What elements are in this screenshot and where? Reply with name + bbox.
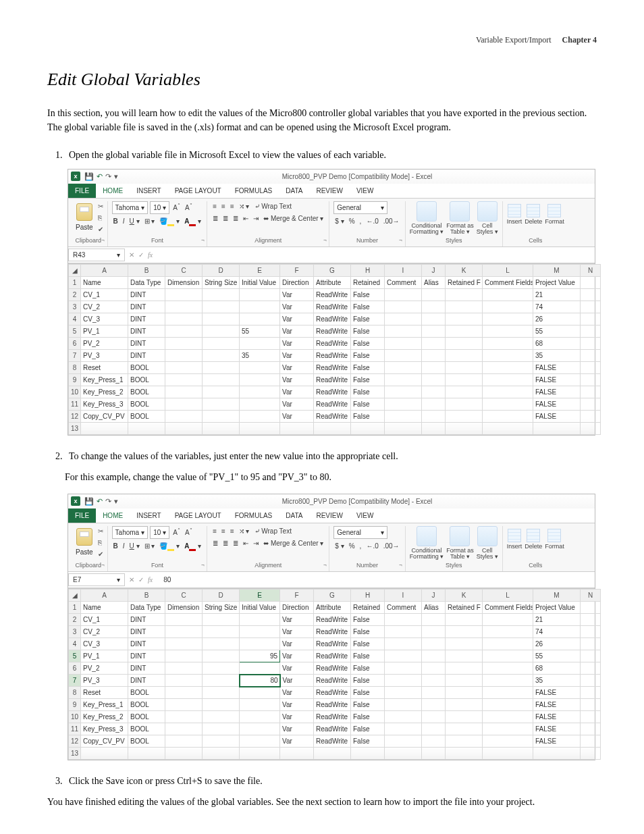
cell[interactable]: ReadWrite — [314, 301, 351, 313]
cell[interactable] — [533, 423, 581, 435]
cell[interactable] — [128, 748, 165, 760]
cell[interactable]: Var — [280, 398, 314, 411]
cell[interactable]: 55 — [533, 325, 581, 338]
cell[interactable] — [165, 723, 203, 735]
cell[interactable]: Var — [280, 626, 314, 638]
row-header[interactable]: 9 — [69, 374, 81, 386]
cell[interactable]: 35 — [240, 350, 280, 362]
cell[interactable]: False — [351, 650, 385, 662]
underline-button[interactable]: U ▾ — [128, 541, 141, 551]
cell[interactable] — [240, 386, 280, 398]
column-header[interactable]: E — [240, 590, 280, 602]
cell[interactable] — [165, 313, 203, 325]
cell[interactable] — [385, 423, 422, 435]
row-header[interactable]: 13 — [69, 748, 81, 760]
cell[interactable]: False — [351, 386, 385, 398]
cell[interactable] — [314, 423, 351, 435]
cell[interactable]: False — [351, 313, 385, 325]
column-header[interactable]: H — [351, 265, 385, 277]
cell[interactable]: ReadWrite — [314, 325, 351, 338]
cell[interactable] — [483, 423, 533, 435]
format-cells-button[interactable]: Format — [545, 204, 564, 225]
cell[interactable] — [581, 687, 601, 699]
cell[interactable] — [240, 411, 280, 423]
cell[interactable] — [446, 687, 483, 699]
row-header[interactable]: 10 — [69, 711, 81, 723]
cell[interactable] — [203, 362, 240, 374]
cell[interactable]: False — [351, 398, 385, 411]
cell[interactable] — [240, 735, 280, 748]
delete-cells-button[interactable]: Delete — [525, 204, 542, 225]
cell[interactable] — [581, 638, 601, 650]
cell[interactable]: ReadWrite — [314, 362, 351, 374]
cell[interactable] — [581, 662, 601, 675]
cell[interactable] — [385, 374, 422, 386]
cell[interactable] — [203, 614, 240, 626]
tab-formulas[interactable]: FORMULAS — [228, 509, 279, 523]
cell[interactable] — [203, 411, 240, 423]
cell[interactable]: Var — [280, 735, 314, 748]
cell[interactable]: Var — [280, 350, 314, 362]
cell[interactable] — [314, 748, 351, 760]
column-header[interactable]: I — [385, 590, 422, 602]
cell[interactable]: False — [351, 626, 385, 638]
cell[interactable]: Var — [280, 675, 314, 687]
cell[interactable] — [385, 735, 422, 748]
cell[interactable]: FALSE — [533, 386, 581, 398]
undo-icon[interactable]: ↶ — [97, 171, 103, 182]
cell[interactable]: 21 — [533, 614, 581, 626]
cell[interactable] — [422, 614, 446, 626]
row-header[interactable]: 6 — [69, 662, 81, 675]
cell[interactable] — [446, 423, 483, 435]
cell[interactable] — [165, 386, 203, 398]
cell[interactable] — [165, 699, 203, 711]
cell[interactable]: FALSE — [533, 711, 581, 723]
cell[interactable] — [165, 362, 203, 374]
row-header[interactable]: 6 — [69, 338, 81, 350]
cell[interactable]: CV_1 — [81, 289, 128, 301]
cell[interactable] — [203, 675, 240, 687]
name-box[interactable]: R43▾ — [68, 249, 125, 261]
cell[interactable]: Var — [280, 362, 314, 374]
cell[interactable] — [203, 398, 240, 411]
cell[interactable] — [165, 374, 203, 386]
cell[interactable] — [422, 301, 446, 313]
cell[interactable] — [422, 374, 446, 386]
cell[interactable]: Comment Fields — [483, 602, 533, 614]
cell[interactable] — [581, 362, 601, 374]
cell[interactable] — [483, 313, 533, 325]
font-color-button[interactable]: A ▾ — [183, 216, 203, 226]
align-center-icon[interactable]: ≣ — [221, 213, 230, 224]
paste-button[interactable]: Paste — [74, 203, 95, 232]
cell[interactable] — [483, 325, 533, 338]
cell[interactable]: ReadWrite — [314, 650, 351, 662]
row-header[interactable]: 4 — [69, 638, 81, 650]
cell[interactable]: Data Type — [128, 277, 165, 289]
cell[interactable] — [203, 386, 240, 398]
name-box[interactable]: E7▾ — [68, 573, 125, 586]
cell[interactable]: FALSE — [533, 374, 581, 386]
percent-icon[interactable]: % — [348, 216, 356, 226]
select-all-cell[interactable]: ◢ — [69, 265, 81, 277]
cell[interactable] — [385, 650, 422, 662]
column-header[interactable]: B — [128, 590, 165, 602]
row-header[interactable]: 12 — [69, 411, 81, 423]
cell[interactable] — [483, 748, 533, 760]
column-header[interactable]: K — [446, 265, 483, 277]
format-as-table-button[interactable]: Format asTable ▾ — [446, 526, 474, 560]
decrease-indent-icon[interactable]: ⇤ — [242, 213, 250, 224]
cell[interactable]: ReadWrite — [314, 350, 351, 362]
cell[interactable] — [422, 289, 446, 301]
increase-indent-icon[interactable]: ⇥ — [252, 538, 260, 548]
tab-home[interactable]: HOME — [96, 509, 130, 523]
cell[interactable] — [240, 374, 280, 386]
align-right-icon[interactable]: ≣ — [232, 538, 240, 548]
cell[interactable] — [240, 423, 280, 435]
wrap-text-button[interactable]: ⤶ Wrap Text — [253, 201, 293, 211]
cell[interactable]: 68 — [533, 662, 581, 675]
cell[interactable] — [240, 313, 280, 325]
cell[interactable] — [581, 723, 601, 735]
increase-indent-icon[interactable]: ⇥ — [252, 213, 260, 224]
row-header[interactable]: 12 — [69, 735, 81, 748]
fx-icon[interactable]: fx — [148, 250, 153, 260]
